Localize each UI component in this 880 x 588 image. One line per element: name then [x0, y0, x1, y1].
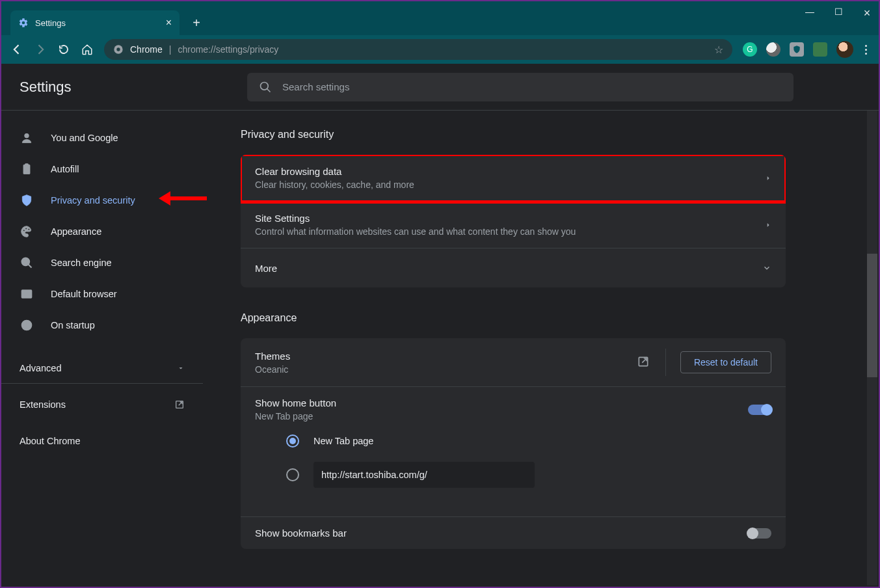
window-controls: — ☐ × — [803, 7, 873, 20]
advanced-label: Advanced — [20, 363, 62, 373]
extension-icon-2[interactable] — [766, 42, 780, 57]
row-show-home-button: Show home button New Tab page New Tab pa… — [241, 387, 786, 517]
close-window-icon[interactable]: × — [860, 7, 873, 20]
settings-header: Settings — [1, 64, 879, 111]
svg-rect-10 — [22, 290, 32, 298]
search-icon — [259, 81, 272, 94]
row-more[interactable]: More — [241, 248, 786, 287]
search-settings[interactable] — [247, 73, 793, 101]
privacy-card: Clear browsing data Clear history, cooki… — [241, 155, 786, 287]
themes-subtitle: Oceanic — [255, 364, 290, 375]
sidebar-item-autofill[interactable]: Autofill — [1, 154, 203, 185]
section-title-privacy: Privacy and security — [241, 129, 786, 140]
sidebar-item-on-startup[interactable]: On startup — [1, 310, 203, 341]
chevron-down-icon — [177, 364, 185, 372]
row-themes: Themes Oceanic Reset to default — [241, 338, 786, 387]
browser-titlebar: Settings × + — ☐ × — [1, 1, 879, 35]
omnibox[interactable]: Chrome | chrome://settings/privacy ☆ — [104, 39, 732, 60]
url-separator: | — [169, 44, 172, 55]
browser-menu-icon[interactable] — [862, 45, 870, 55]
appearance-card: Themes Oceanic Reset to default Show hom… — [241, 338, 786, 549]
sidebar-advanced[interactable]: Advanced — [1, 353, 203, 384]
svg-point-2 — [261, 82, 269, 90]
extension-icon-4[interactable] — [813, 42, 827, 57]
extension-bitwarden-icon[interactable] — [790, 42, 804, 57]
row-subtitle: Clear history, cookies, cache, and more — [255, 180, 414, 190]
sidebar-item-label: Autofill — [51, 164, 79, 174]
about-label: About Chrome — [20, 436, 81, 446]
person-icon — [20, 131, 34, 145]
themes-title: Themes — [255, 351, 290, 362]
address-bar: Chrome | chrome://settings/privacy ☆ G — [1, 35, 879, 64]
sidebar-item-label: Default browser — [51, 289, 117, 299]
radio-icon — [286, 468, 299, 481]
radio-label: New Tab page — [313, 436, 373, 446]
extension-icons: G — [743, 41, 870, 58]
sidebar-item-label: Search engine — [51, 258, 112, 268]
tab-title: Settings — [35, 18, 159, 28]
svg-point-1 — [116, 47, 120, 51]
show-home-toggle[interactable] — [748, 405, 771, 415]
sidebar-item-you-and-google[interactable]: You and Google — [1, 122, 203, 154]
row-subtitle: Control what information websites can us… — [255, 226, 576, 237]
forward-button[interactable] — [34, 43, 47, 56]
chevron-right-icon — [765, 175, 771, 181]
content-area: Privacy and security Clear browsing data… — [203, 111, 879, 587]
new-tab-button[interactable]: + — [186, 12, 207, 33]
maximize-icon[interactable]: ☐ — [832, 7, 845, 20]
open-external-icon[interactable] — [637, 355, 651, 369]
scrollbar-thumb[interactable] — [867, 254, 877, 377]
row-title: More — [255, 263, 277, 274]
svg-rect-5 — [25, 164, 29, 166]
row-clear-browsing-data[interactable]: Clear browsing data Clear history, cooki… — [241, 155, 786, 202]
profile-avatar[interactable] — [836, 41, 853, 58]
power-icon — [20, 318, 34, 332]
radio-icon — [286, 434, 299, 448]
sidebar-about-chrome[interactable]: About Chrome — [1, 425, 203, 457]
svg-point-3 — [25, 133, 29, 138]
sidebar-item-search-engine[interactable]: Search engine — [1, 247, 203, 278]
sidebar: You and Google Autofill Privacy and secu… — [1, 111, 203, 587]
chevron-right-icon — [765, 222, 771, 228]
open-external-icon — [174, 399, 185, 410]
radio-custom-url[interactable] — [286, 462, 771, 488]
bookmark-star-icon[interactable]: ☆ — [714, 44, 723, 56]
close-tab-icon[interactable]: × — [166, 17, 172, 29]
search-icon — [20, 256, 34, 270]
section-title-appearance: Appearance — [241, 312, 786, 324]
search-input[interactable] — [282, 81, 782, 92]
sidebar-extensions[interactable]: Extensions — [1, 389, 203, 420]
minimize-icon[interactable]: — — [803, 7, 816, 20]
url-path: chrome://settings/privacy — [178, 44, 708, 55]
radio-new-tab-page[interactable]: New Tab page — [286, 434, 771, 448]
home-button[interactable] — [81, 43, 94, 56]
reset-to-default-button[interactable]: Reset to default — [680, 351, 771, 373]
page-title: Settings — [20, 79, 221, 96]
gear-icon — [18, 18, 29, 28]
chevron-down-icon — [762, 263, 771, 273]
extension-grammarly-icon[interactable]: G — [743, 42, 757, 57]
annotation-red-arrow — [156, 189, 208, 208]
sidebar-item-default-browser[interactable]: Default browser — [1, 278, 203, 310]
extensions-label: Extensions — [20, 399, 66, 410]
home-url-input[interactable] — [313, 462, 535, 488]
shield-icon — [20, 193, 34, 207]
svg-point-6 — [23, 230, 25, 232]
browser-tab[interactable]: Settings × — [10, 10, 180, 35]
chrome-icon — [113, 44, 124, 55]
sidebar-item-label: Privacy and security — [51, 195, 135, 206]
sidebar-item-appearance[interactable]: Appearance — [1, 216, 203, 247]
row-site-settings[interactable]: Site Settings Control what information w… — [241, 202, 786, 248]
bookmarks-title: Show bookmarks bar — [255, 528, 347, 539]
sidebar-item-label: Appearance — [51, 226, 101, 237]
sidebar-item-label: You and Google — [51, 133, 118, 143]
url-origin: Chrome — [130, 44, 163, 55]
browser-icon — [20, 287, 34, 301]
show-bookmarks-toggle[interactable] — [748, 528, 771, 539]
home-title: Show home button — [255, 397, 336, 408]
svg-rect-4 — [23, 165, 30, 174]
vertical-scrollbar[interactable] — [867, 111, 877, 585]
reload-button[interactable] — [57, 43, 70, 56]
clipboard-icon — [20, 162, 34, 176]
back-button[interactable] — [10, 43, 23, 56]
